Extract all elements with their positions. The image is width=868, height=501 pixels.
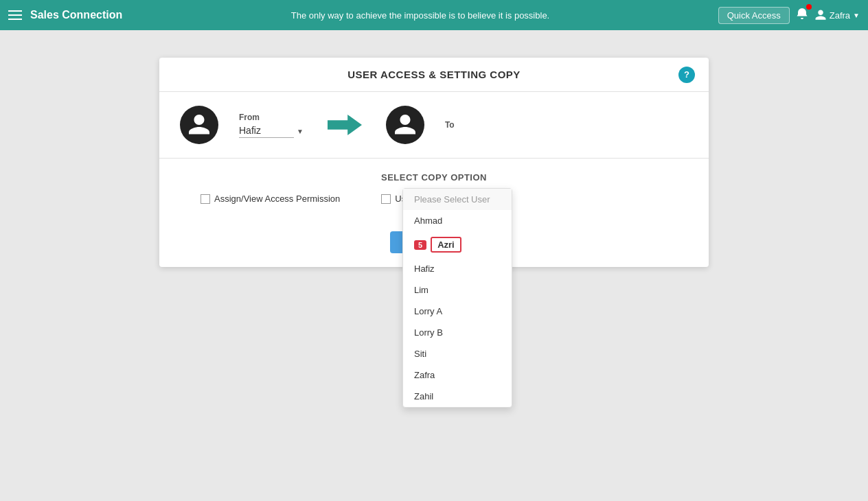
header-tagline: The only way to achieve the impossible i… bbox=[130, 10, 709, 21]
header: Sales Connection The only way to achieve… bbox=[0, 0, 868, 30]
app-title: Sales Connection bbox=[30, 9, 122, 21]
from-field: From Hafiz ▼ bbox=[239, 113, 304, 138]
dropdown-item-zafra[interactable]: Zafra bbox=[403, 364, 512, 386]
user-name: Zafra bbox=[830, 10, 850, 21]
card-header: USER ACCESS & SETTING COPY ? bbox=[159, 58, 709, 92]
dropdown-item-siti[interactable]: Siti bbox=[403, 343, 512, 364]
dropdown-item-lorry-b[interactable]: Lorry B bbox=[403, 322, 512, 343]
azri-label: Azri bbox=[431, 237, 461, 253]
azri-badge: 5 bbox=[414, 240, 426, 250]
svg-marker-0 bbox=[328, 115, 362, 135]
checkbox-access-permission[interactable]: Assign/View Access Permission bbox=[201, 194, 340, 204]
dropdown-item-azri[interactable]: 5 Azri bbox=[403, 231, 512, 258]
card-title: USER ACCESS & SETTING COPY bbox=[347, 69, 521, 80]
menu-icon[interactable] bbox=[8, 10, 22, 20]
to-dropdown-menu: Please Select User Ahmad 5 Azri Hafiz Li… bbox=[402, 188, 512, 408]
from-value: Hafiz bbox=[239, 125, 294, 138]
copy-options-title: SELECT COPY OPTION bbox=[180, 172, 688, 183]
from-label: From bbox=[239, 113, 304, 122]
from-dropdown-arrow[interactable]: ▼ bbox=[297, 128, 304, 135]
dropdown-item-zahil[interactable]: Zahil bbox=[403, 386, 512, 407]
notification-icon[interactable] bbox=[795, 7, 809, 24]
notification-badge bbox=[806, 4, 812, 10]
checkbox-use-box[interactable] bbox=[381, 194, 391, 204]
from-select[interactable]: Hafiz ▼ bbox=[239, 125, 304, 138]
from-avatar bbox=[180, 106, 218, 144]
checkbox-access-box[interactable] bbox=[201, 194, 210, 204]
to-label: To bbox=[445, 120, 688, 130]
user-menu[interactable]: Zafra ▼ bbox=[814, 9, 860, 21]
direction-arrow bbox=[324, 111, 365, 139]
dropdown-item-lorry-a[interactable]: Lorry A bbox=[403, 301, 512, 322]
dropdown-placeholder[interactable]: Please Select User bbox=[403, 189, 512, 210]
from-to-section: From Hafiz ▼ To bbox=[159, 92, 709, 159]
user-dropdown-arrow[interactable]: ▼ bbox=[853, 12, 860, 19]
checkbox-access-label: Assign/View Access Permission bbox=[214, 194, 340, 204]
header-right: Quick Access Zafra ▼ bbox=[718, 7, 860, 24]
to-avatar bbox=[386, 106, 424, 144]
dropdown-item-hafiz[interactable]: Hafiz bbox=[403, 258, 512, 279]
help-icon[interactable]: ? bbox=[678, 67, 695, 83]
main-content: USER ACCESS & SETTING COPY ? From Hafiz … bbox=[0, 30, 868, 501]
dropdown-item-ahmad[interactable]: Ahmad bbox=[403, 210, 512, 231]
to-section: To bbox=[445, 120, 688, 130]
dropdown-item-lim[interactable]: Lim bbox=[403, 279, 512, 301]
quick-access-button[interactable]: Quick Access bbox=[718, 7, 790, 24]
